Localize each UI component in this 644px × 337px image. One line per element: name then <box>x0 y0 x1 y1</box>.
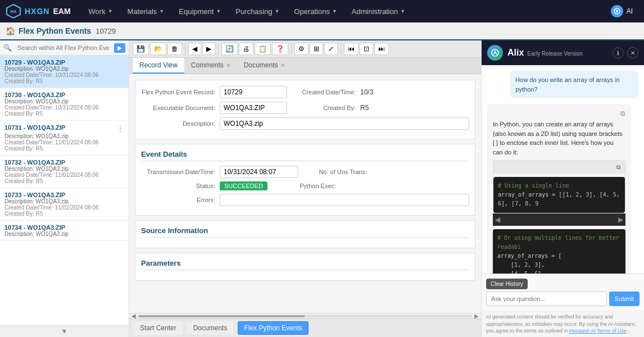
bottom-tabs: Start Center Documents Flex Python Event… <box>129 318 481 337</box>
refresh-button[interactable]: 🔄 <box>221 43 238 55</box>
list-item[interactable]: 10734 - WO1QA3.ZIP Description: WO1QA3.z… <box>0 221 129 241</box>
list-item[interactable]: 10731 - WO1QA3.ZIP ⋮ Description: WO1QA3… <box>0 121 129 156</box>
list-scroll-indicator: ▼ <box>0 325 129 337</box>
disclaimer-link[interactable]: Hexagon AI Terms of Use <box>569 328 627 334</box>
clear-history-button[interactable]: Clear History <box>486 279 528 289</box>
copy-code-icon[interactable]: ⧉ <box>616 163 620 171</box>
record-item-by: Created By: R5 <box>4 178 124 184</box>
tab-record-view[interactable]: Record View <box>133 58 184 74</box>
tabs-bar: Record View Comments ✕ Documents ✕ <box>129 58 481 74</box>
grid-view-button[interactable]: ⊞ <box>310 43 323 55</box>
prev-button[interactable]: ◀ <box>188 43 201 55</box>
event-details-title: Event Details <box>141 150 469 161</box>
python-exec-label: Python Exec: <box>267 183 341 189</box>
search-button[interactable]: ▶ <box>114 43 125 53</box>
record-item-desc: Description: WO1QA3.zip <box>4 66 124 72</box>
form-row-transmission: Transmission Date/Time: No. of Uns Trans… <box>141 166 469 178</box>
code-comment-single: # Using a single line <box>498 183 569 189</box>
nav-split-button[interactable]: ⊡ <box>360 43 373 55</box>
executable-doc-input[interactable] <box>220 102 287 114</box>
copy-message-icon[interactable]: ⧉ <box>620 108 625 119</box>
code-section-header-1: ⧉ <box>493 161 625 174</box>
source-info-section: Source Information <box>135 220 475 248</box>
source-info-title: Source Information <box>141 226 469 238</box>
record-item-desc: Description: WO1QA3.zip <box>4 166 124 172</box>
record-item-desc: Description: WO1QA3.zip <box>4 198 124 204</box>
code-block-single: ⧉ # Using a single line array_of_arrays … <box>493 160 625 213</box>
form-row-executable-doc: Executable Document: Created By: R5 <box>141 102 469 114</box>
code-scroll-right-icon[interactable]: ▶ <box>618 215 623 225</box>
nav-equipment-label: Equipment <box>179 7 214 16</box>
code-scroll-left-icon[interactable]: ◀ <box>495 215 500 225</box>
created-by-label: Created By: <box>287 104 360 111</box>
nav-work[interactable]: Work ▼ <box>82 4 120 19</box>
alix-close-button[interactable]: ✕ <box>627 47 638 58</box>
ai-nav-area[interactable]: AI <box>605 3 638 20</box>
list-item[interactable]: 10729 - WO1QA3.ZIP Description: WO1QA3.z… <box>0 56 129 88</box>
nav-first-button[interactable]: ⏮ <box>344 43 359 55</box>
nav-materials[interactable]: Materials ▼ <box>121 4 171 19</box>
svg-point-3 <box>616 10 618 12</box>
record-item-title: 10731 - WO1QA3.ZIP <box>4 124 65 131</box>
nav-work-label: Work <box>89 7 106 16</box>
open-button[interactable]: 📂 <box>150 43 166 55</box>
bottom-tab-documents[interactable]: Documents <box>187 321 234 335</box>
toolbar-divider-2 <box>218 43 219 54</box>
nav-operations-label: Operations <box>294 7 330 16</box>
event-record-input[interactable] <box>220 86 287 98</box>
search-input[interactable] <box>14 43 112 53</box>
alix-info-button[interactable]: ℹ <box>613 47 624 58</box>
expand-button[interactable]: ⤢ <box>324 43 338 55</box>
print-button[interactable]: 🖨 <box>239 43 253 55</box>
chat-submit-button[interactable]: Submit <box>609 292 640 306</box>
code-section-title-1 <box>498 163 500 171</box>
clipboard-button[interactable]: 📋 <box>255 43 271 55</box>
chat-user-message: How do you write an array of arrays in p… <box>510 71 638 98</box>
form-row-status: Status: SUCCEEDED Python Exec: <box>141 181 469 190</box>
list-item[interactable]: 10730 - WO1QA3.ZIP Description: WO1QA3.z… <box>0 88 129 121</box>
next-button[interactable]: ▶ <box>202 43 215 55</box>
nav-administration-label: Administration <box>352 7 398 16</box>
ai-response-text-1: In Python, you can create an array of ar… <box>493 120 625 157</box>
settings-icon-button[interactable]: ⚙ <box>294 43 309 55</box>
alix-title: Alix <box>507 48 524 58</box>
record-item-by: Created By: R5 <box>4 145 124 152</box>
hexagon-logo-icon: HX <box>6 3 21 19</box>
tab-documents-close-icon[interactable]: ✕ <box>280 62 285 69</box>
horizontal-scrollbar[interactable]: ◀ ▶ <box>129 313 481 318</box>
nav-last-button[interactable]: ⏭ <box>374 43 389 55</box>
save-button[interactable]: 💾 <box>133 43 149 55</box>
created-datetime-value: 10/3 <box>360 88 469 96</box>
record-item-title: 10732 - WO1QA3.ZIP <box>4 159 65 166</box>
toolbar-divider-3 <box>291 43 292 54</box>
record-item-desc: Description: WO1QA3.zip <box>4 133 124 139</box>
errors-label: Errors: <box>141 197 220 203</box>
help-button[interactable]: ❓ <box>272 43 288 55</box>
user-question-text: How do you write an array of arrays in p… <box>515 75 633 94</box>
tab-comments[interactable]: Comments ✕ <box>184 58 237 74</box>
nav-administration[interactable]: Administration ▼ <box>345 4 412 19</box>
bottom-tab-start-center[interactable]: Start Center <box>134 321 183 335</box>
record-item-date: Created Date/Time: 11/01/2024 08:06 <box>4 139 124 145</box>
nav-equipment[interactable]: Equipment ▼ <box>172 4 228 19</box>
record-item-more-icon[interactable]: ⋮ <box>116 124 124 133</box>
record-list: 10729 - WO1QA3.ZIP Description: WO1QA3.z… <box>0 56 129 325</box>
breadcrumb-home-icon[interactable]: 🏠 <box>6 26 15 35</box>
transmission-input[interactable] <box>220 166 298 178</box>
nav-operations[interactable]: Operations ▼ <box>287 4 344 19</box>
logo-text: HXGN <box>25 7 49 16</box>
transmission-label: Transmission Date/Time: <box>141 168 220 175</box>
errors-input[interactable] <box>220 194 469 206</box>
tab-documents[interactable]: Documents ✕ <box>237 58 292 74</box>
list-item[interactable]: 10732 - WO1QA3.ZIP Description: WO1QA3.z… <box>0 156 129 188</box>
scroll-down-icon[interactable]: ▼ <box>61 327 68 335</box>
description-input[interactable] <box>220 117 469 130</box>
alix-subtitle: Early Release Version <box>527 51 582 57</box>
delete-button[interactable]: 🗑 <box>167 43 182 55</box>
bottom-tab-flex-python-events[interactable]: Flex Python Events <box>238 321 308 335</box>
tab-record-view-label: Record View <box>139 61 178 69</box>
nav-purchasing[interactable]: Purchasing ▼ <box>229 4 286 19</box>
chat-input[interactable] <box>486 292 607 306</box>
list-item[interactable]: 10733 - WO1QA3.ZIP Description: WO1QA3.z… <box>0 188 129 221</box>
tab-comments-close-icon[interactable]: ✕ <box>226 62 230 69</box>
